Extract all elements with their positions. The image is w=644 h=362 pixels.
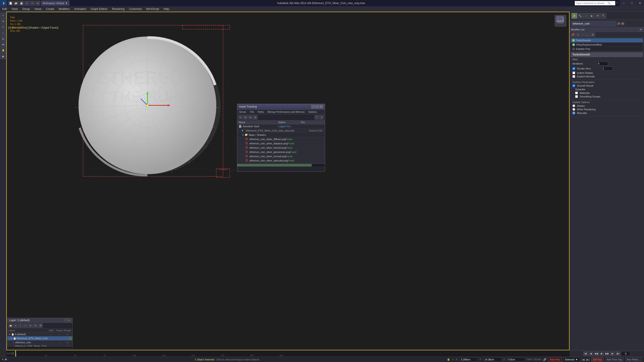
menu-animation[interactable]: Animation <box>72 6 88 11</box>
selected-dropdown[interactable]: Selected ▼ <box>563 357 580 362</box>
maximize-button[interactable]: □ <box>628 0 636 6</box>
status-move-icon[interactable]: ✥ <box>5 358 7 361</box>
manually-radio[interactable] <box>572 112 575 114</box>
modify-panel-icon[interactable]: 🔧 <box>578 13 583 18</box>
prev-key-icon[interactable]: |◀ <box>581 358 585 361</box>
new-button[interactable]: 📄 <box>8 1 13 6</box>
x-coord-input[interactable] <box>460 358 478 362</box>
menu-views[interactable]: Views <box>32 6 44 11</box>
lock-icon[interactable]: 🔒 <box>447 358 450 361</box>
search-icon[interactable]: 🔍 <box>608 2 610 5</box>
modifier-pin-icon[interactable]: 📌 <box>571 32 575 37</box>
search-input[interactable] <box>576 2 608 4</box>
utilities-panel-icon[interactable]: 🔨 <box>601 13 606 18</box>
layer-row-eth-silver[interactable]: ▼ 📋 Ethereum_ETH_Silver_Coin — — ☑ ● <box>8 336 72 341</box>
light-tool[interactable]: 💡 <box>0 48 6 53</box>
workspace-selector[interactable]: Workspace: Default ▼ <box>41 1 69 6</box>
layer-select-btn[interactable]: ↖ <box>23 324 28 328</box>
layer-row-coin-obj[interactable]: ◇ etherium_coin — — ☑ <box>8 341 72 345</box>
select-tool[interactable]: ↖ <box>0 13 6 18</box>
modifier-bulb-vray[interactable] <box>572 43 575 46</box>
scale-tool[interactable]: ⤡ <box>0 30 6 36</box>
layer-render-btn[interactable]: 🎬 <box>38 324 43 328</box>
modifier-list-expand[interactable]: ▼ <box>639 28 643 31</box>
asset-row-glossiness[interactable]: 🖼 etherium_coin_silver_glossiness.png Fo… <box>237 150 325 154</box>
viewport-cube[interactable]: FRONT <box>554 14 567 27</box>
render-iters-checkbox[interactable] <box>572 67 575 70</box>
smooth-result-checkbox[interactable] <box>572 84 575 87</box>
layer-add-btn[interactable]: + <box>18 324 23 328</box>
modifier-move-up-icon[interactable]: ↑ <box>580 32 585 37</box>
render-iters-input[interactable] <box>601 66 612 71</box>
play-btn[interactable]: ▶ <box>600 352 604 356</box>
asset-row-diffuse[interactable]: 🖼 etherium_coin_silver_diffuse.png Found <box>237 137 325 141</box>
snap-icon[interactable]: 🔗 <box>543 358 546 361</box>
asset-maximize[interactable]: □ <box>315 105 319 108</box>
layer-row-0[interactable]: ▼ 📋 0 (default) — — ☑ <box>8 333 72 336</box>
modifier-delete-icon[interactable]: ✕ <box>576 32 580 37</box>
menu-create[interactable]: Create <box>44 6 56 11</box>
layer-panel-help[interactable]: ? <box>64 319 67 322</box>
add-time-tag-button[interactable]: Add Time Tag <box>605 357 624 362</box>
asset-help[interactable]: ? <box>314 115 319 119</box>
asset-row-fresnel[interactable]: 🖼 etherium_coin_silver_fresnel.png Found <box>237 146 325 150</box>
key-filters-button[interactable]: Key Filters... <box>625 357 642 362</box>
viewport[interactable]: ETHEREUM THE RUIN [+] [Perspective] [Sha <box>6 12 570 350</box>
status-select-icon[interactable]: ↖ <box>2 358 4 361</box>
asset-menu-bitmap[interactable]: Bitmap Performance and Memory <box>266 110 306 114</box>
modifier-vray-displacement[interactable]: VRayDisplacementMod <box>571 43 643 47</box>
layer-delete-btn[interactable]: ✕ <box>13 324 18 328</box>
asset-add[interactable]: ☰ <box>243 115 248 119</box>
menu-customize[interactable]: Customize <box>127 6 144 11</box>
modifier-editable-poly[interactable]: Editable Poly <box>571 47 643 51</box>
set-key-button[interactable]: Set Key <box>592 357 603 362</box>
timeline-markers[interactable]: 0 25 50 75 100 125 150 175 200 225 <box>15 351 570 357</box>
menu-maxscript[interactable]: MAXScript <box>144 6 162 11</box>
hierarchy-panel-icon[interactable]: ⟐ <box>583 13 589 18</box>
motion-panel-icon[interactable]: ▶ <box>589 13 594 18</box>
redo-button[interactable]: ↪ <box>30 1 35 6</box>
asset-row-maps[interactable]: ▼ 📁 Maps / Shaders <box>237 133 325 137</box>
asset-refresh[interactable]: ↻ <box>238 115 243 119</box>
asset-menu-paths[interactable]: Paths <box>256 110 266 114</box>
always-radio[interactable] <box>572 104 575 107</box>
menu-help[interactable]: Help <box>162 6 172 11</box>
coord-icon[interactable]: ⊹ <box>452 358 454 361</box>
layer-panel-scrollbar[interactable] <box>8 347 72 348</box>
menu-graph-editors[interactable]: Graph Editors <box>88 6 110 11</box>
go-end-btn[interactable]: ▶| <box>616 352 620 356</box>
options-button[interactable]: ⚙ <box>35 1 40 6</box>
create-panel-icon[interactable]: ⚡ <box>572 13 577 18</box>
frame-counter[interactable]: 0 <box>621 352 630 356</box>
asset-row-max-file[interactable]: ■ Ethereum_ETH_Silver_Coin_max_vray.max … <box>237 129 325 133</box>
move-tool[interactable]: ✥ <box>0 18 6 24</box>
undo-button[interactable]: ↩ <box>24 1 29 6</box>
menu-rendering[interactable]: Rendering <box>110 6 127 11</box>
asset-close[interactable]: ✕ <box>320 105 323 108</box>
layer-panel-close[interactable]: ✕ <box>68 319 71 322</box>
isoline-checkbox[interactable] <box>572 71 575 74</box>
asset-table-view[interactable]: ⊞ <box>253 115 258 119</box>
camera-tool[interactable]: 📷 <box>0 42 6 47</box>
rotate-tool[interactable]: ↻ <box>0 24 6 30</box>
timeline[interactable]: 0 / 225 0 25 50 75 100 125 150 175 200 2… <box>6 350 570 357</box>
layer-hide-btn[interactable]: 👁 <box>33 324 38 328</box>
y-coord-input[interactable] <box>484 358 502 362</box>
layer-freeze-btn[interactable]: ❄ <box>28 324 33 328</box>
asset-menu-file[interactable]: File <box>248 110 256 114</box>
materials-checkbox[interactable] <box>575 92 578 94</box>
modifier-turbosmooth[interactable]: TurboSmooth <box>571 38 643 43</box>
explicit-checkbox[interactable] <box>572 75 575 78</box>
expand-icon[interactable]: ▼ <box>621 22 624 25</box>
close-button[interactable]: ✕ <box>636 0 644 6</box>
z-coord-input[interactable] <box>507 358 525 362</box>
next-key-icon[interactable]: ▶| <box>586 358 590 361</box>
asset-row-normal[interactable]: 🖼 etherium_coin_silver_normal.png Found <box>237 154 325 159</box>
asset-row-displace[interactable]: 🖼 etherium_coin_silver_displace.png Foun… <box>237 141 325 146</box>
iterations-input[interactable] <box>597 61 608 66</box>
play-fwd-btn[interactable]: ▶▶ <box>605 352 610 356</box>
modifier-move-down-icon[interactable]: ↓ <box>586 32 590 37</box>
asset-row-specular[interactable]: 🖼 etherium_coin_silver_specular.png Foun… <box>237 159 325 163</box>
when-rendering-radio[interactable] <box>572 108 575 111</box>
geometry-tool[interactable]: ⬟ <box>0 54 6 59</box>
